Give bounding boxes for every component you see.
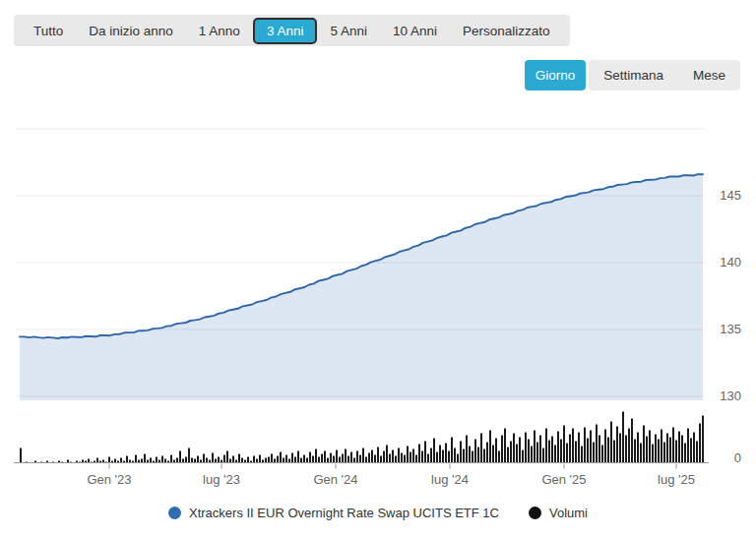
- volume-bar: [410, 452, 411, 463]
- volume-bar: [507, 448, 509, 463]
- volume-bar: [539, 436, 541, 463]
- volume-bar: [702, 416, 704, 463]
- volume-bar: [318, 457, 320, 463]
- volume-bar: [436, 452, 438, 463]
- volume-bar: [501, 436, 503, 463]
- volume-bar: [371, 450, 373, 463]
- volume-bar: [306, 458, 308, 463]
- volume-bar: [356, 451, 358, 463]
- volume-bar: [598, 436, 600, 463]
- volume-bar: [383, 451, 385, 463]
- volume-bar: [460, 442, 462, 463]
- volume-bar: [522, 450, 524, 463]
- volume-bar: [646, 437, 648, 463]
- volume-bar: [545, 429, 547, 463]
- volume-bar: [126, 456, 128, 463]
- volume-bar: [474, 440, 476, 463]
- volume-series-marker-icon: [529, 507, 541, 519]
- volume-bar: [569, 435, 571, 463]
- volume-bar: [398, 448, 400, 463]
- volume-bar: [675, 441, 677, 463]
- y-axis-label: 140: [720, 255, 741, 269]
- volume-bar: [557, 432, 559, 463]
- legend-item-price[interactable]: Xtrackers II EUR Overnight Rate Swap UCI…: [168, 506, 499, 520]
- volume-bar: [108, 457, 110, 463]
- volume-bar: [498, 451, 500, 463]
- volume-bar: [681, 436, 683, 463]
- volume-bar: [182, 459, 184, 463]
- volume-bar: [206, 458, 208, 463]
- volume-bar: [285, 455, 287, 463]
- volume-bar: [548, 441, 550, 463]
- volume-bar: [554, 446, 556, 463]
- volume-bar: [218, 457, 220, 463]
- volume-bar: [161, 456, 163, 463]
- volume-bar: [678, 432, 680, 463]
- volume-bar: [433, 439, 435, 463]
- volume-bar: [188, 448, 190, 463]
- volume-bar: [374, 455, 376, 463]
- x-axis-label: lug '23: [203, 472, 240, 487]
- volume-bar: [392, 450, 394, 463]
- volume-bar: [640, 444, 642, 463]
- volume-bar: [333, 456, 335, 463]
- volume-bar: [696, 442, 698, 463]
- volume-bar: [581, 447, 583, 463]
- volume-bar: [604, 430, 606, 463]
- volume-bar: [345, 449, 346, 463]
- volume-bar: [448, 451, 450, 463]
- volume-bar: [472, 451, 473, 463]
- volume-bar: [268, 457, 270, 463]
- legend-item-volume[interactable]: Volumi: [529, 506, 588, 520]
- volume-bar: [96, 458, 98, 463]
- volume-bar: [613, 441, 615, 463]
- legend-label-volume: Volumi: [549, 506, 588, 520]
- volume-bar: [404, 455, 406, 463]
- volume-bar: [297, 451, 299, 463]
- volume-bar: [412, 449, 414, 463]
- volume-bar: [572, 429, 574, 463]
- volume-bar: [628, 429, 630, 463]
- volume-bar: [271, 454, 273, 463]
- volume-bar: [238, 454, 240, 463]
- volume-bar: [380, 456, 382, 463]
- volume-bar: [593, 443, 595, 463]
- volume-bar: [312, 456, 314, 463]
- volume-bar: [294, 457, 296, 463]
- volume-bar: [256, 459, 258, 463]
- volume-bar: [156, 457, 158, 463]
- volume-bar: [339, 457, 341, 463]
- volume-bar: [463, 449, 465, 463]
- x-axis-label: Gen '24: [313, 472, 357, 487]
- volume-bar: [114, 459, 116, 463]
- x-axis-label: lug '25: [658, 472, 695, 487]
- volume-bar: [215, 459, 217, 463]
- volume-bar: [584, 428, 586, 463]
- volume-bar: [309, 452, 311, 463]
- volume-bar: [528, 440, 530, 463]
- volume-bar: [144, 454, 146, 463]
- volume-bar: [439, 446, 441, 463]
- volume-bar: [150, 458, 152, 463]
- volume-bar: [634, 440, 636, 463]
- volume-bar: [330, 453, 332, 463]
- volume-bar: [495, 439, 497, 463]
- volume-bar: [430, 448, 432, 463]
- volume-bar: [596, 425, 598, 463]
- price-volume-chart[interactable]: 145140135130Gen '23lug '23Gen '24lug '24…: [0, 0, 756, 538]
- volume-bar: [353, 458, 355, 463]
- volume-bar: [362, 448, 364, 463]
- volume-bar: [232, 456, 234, 463]
- volume-bar: [350, 452, 352, 463]
- volume-bar: [359, 455, 361, 463]
- volume-bar: [643, 426, 645, 463]
- price-series-marker-icon: [168, 507, 181, 519]
- volume-bar: [619, 434, 621, 463]
- volume-bar: [655, 435, 657, 463]
- volume-bar: [401, 453, 403, 463]
- y-axis-label: 145: [720, 188, 741, 203]
- volume-bar: [637, 433, 639, 463]
- volume-bar: [504, 429, 506, 463]
- volume-bar: [321, 454, 323, 463]
- chart-legend: Xtrackers II EUR Overnight Rate Swap UCI…: [0, 506, 756, 520]
